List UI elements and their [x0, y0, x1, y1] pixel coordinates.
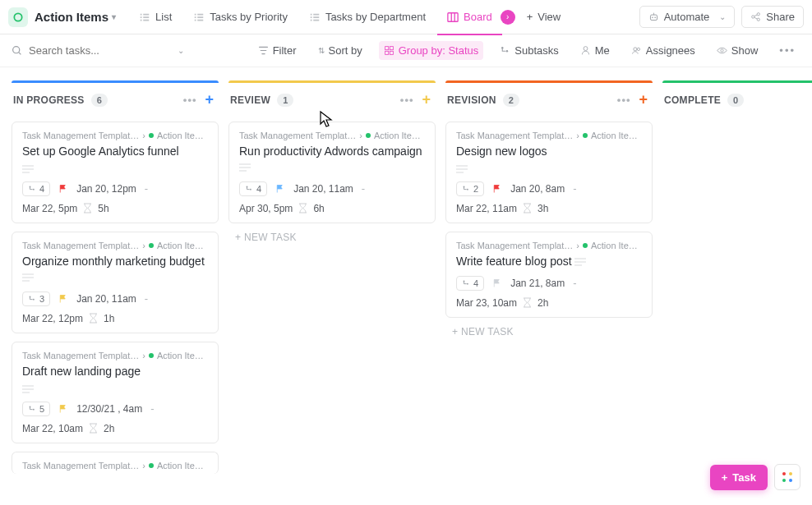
- search-box[interactable]: ⌄: [12, 44, 184, 57]
- task-card[interactable]: Task Management Templat…›Action Ite… Org…: [12, 232, 219, 333]
- time-estimate: 6h: [313, 203, 324, 214]
- show-label: Show: [731, 44, 759, 57]
- sort-button[interactable]: ⇅ Sort by: [313, 41, 367, 60]
- svg-point-44: [250, 188, 251, 190]
- due-row: Mar 22, 5pm 5h: [22, 203, 208, 214]
- meta-row: 2 Jan 20, 8am-: [456, 181, 642, 196]
- tab-priority[interactable]: Tasks by Priority: [183, 6, 298, 28]
- subtask-count[interactable]: 4: [456, 276, 484, 291]
- arrow-right-icon[interactable]: ›: [501, 10, 515, 25]
- svg-line-12: [754, 17, 757, 19]
- robot-icon: [648, 11, 659, 22]
- svg-point-10: [757, 18, 759, 21]
- due-row: Mar 23, 10am 2h: [456, 297, 642, 309]
- svg-point-22: [634, 48, 637, 51]
- add-task-button[interactable]: +: [205, 91, 214, 108]
- breadcrumb: Task Management Templat…›Action Ite…: [456, 131, 642, 140]
- eye-icon: [717, 45, 727, 56]
- flag-icon[interactable]: [275, 184, 285, 194]
- person-icon: [580, 45, 591, 56]
- subtasks-button[interactable]: Subtasks: [495, 41, 563, 60]
- chevron-down-icon[interactable]: ⌄: [178, 46, 184, 55]
- flag-icon[interactable]: [58, 404, 68, 414]
- subtask-count[interactable]: 4: [239, 181, 267, 196]
- subtask-count[interactable]: 4: [22, 181, 50, 196]
- list-title[interactable]: Action Items ▾: [35, 10, 116, 24]
- flag-icon[interactable]: [58, 294, 68, 304]
- column-title: COMPLETE: [664, 94, 721, 106]
- tab-list[interactable]: List: [129, 6, 182, 28]
- plus-icon: +: [722, 471, 728, 484]
- ellipsis-icon[interactable]: •••: [617, 94, 631, 106]
- svg-point-13: [13, 47, 20, 53]
- group-button[interactable]: Group by: Status: [379, 41, 484, 60]
- due-date: Mar 22, 11am: [456, 203, 517, 214]
- time-estimate: 3h: [537, 203, 548, 214]
- svg-rect-18: [390, 51, 393, 54]
- column-header: REVIEW 1 ••• +: [228, 80, 436, 117]
- subtask-count[interactable]: 3: [22, 292, 50, 306]
- time-estimate: 1h: [104, 313, 114, 324]
- svg-point-29: [33, 189, 35, 191]
- flag-icon[interactable]: [58, 184, 68, 194]
- new-task-fab[interactable]: + Task: [710, 465, 768, 490]
- due-date: Mar 22, 5pm: [22, 203, 77, 214]
- start-date: Jan 20, 8am: [510, 183, 565, 195]
- sort-label: Sort by: [329, 44, 362, 57]
- flag-icon[interactable]: [492, 184, 502, 194]
- task-card[interactable]: Task Management Templat…›Action Ite… Des…: [445, 122, 653, 223]
- new-task-button[interactable]: + NEW TASK: [228, 223, 436, 251]
- svg-point-8: [752, 16, 754, 18]
- start-date: Jan 20, 12pm: [76, 183, 136, 195]
- add-task-button[interactable]: +: [639, 91, 648, 108]
- tab-department[interactable]: Tasks by Department: [299, 6, 436, 28]
- start-date: 12/30/21 , 4am: [76, 403, 142, 415]
- subtask-count[interactable]: 5: [22, 402, 50, 416]
- apps-icon: [782, 471, 793, 483]
- column: REVIEW 1 ••• + Task Management Templat…›…: [228, 80, 436, 251]
- start-date: Jan 21, 8am: [510, 278, 565, 289]
- svg-point-0: [14, 13, 21, 21]
- more-button[interactable]: •••: [774, 41, 800, 60]
- ellipsis-icon[interactable]: •••: [183, 94, 197, 106]
- tab-add-view[interactable]: + View: [517, 6, 571, 28]
- task-card[interactable]: Task Management Templat…›Action Ite… Run…: [228, 122, 436, 223]
- new-task-button[interactable]: + NEW TASK: [445, 318, 653, 346]
- automate-button[interactable]: Automate ⌄: [639, 6, 736, 28]
- plus-icon: +: [527, 11, 533, 23]
- me-label: Me: [595, 44, 610, 57]
- tab-board[interactable]: Board: [437, 6, 502, 28]
- share-button[interactable]: Share: [741, 6, 804, 28]
- svg-point-33: [30, 296, 31, 297]
- column-count: 6: [91, 94, 108, 107]
- ellipsis-icon[interactable]: •••: [400, 94, 414, 106]
- apps-button[interactable]: [774, 464, 800, 490]
- subtask-icon: [28, 295, 36, 303]
- task-card[interactable]: Task Management Templat…›Action Ite… Wri…: [445, 232, 653, 318]
- filter-icon: [258, 45, 269, 56]
- task-card[interactable]: Task Management Templat…›Action Ite… Set…: [12, 122, 219, 223]
- filter-button[interactable]: Filter: [253, 41, 302, 60]
- svg-point-21: [584, 47, 588, 51]
- task-card[interactable]: Task Management Templat…›Action Ite… Dra…: [12, 342, 219, 443]
- svg-point-28: [30, 186, 31, 187]
- time-estimate: 2h: [104, 423, 114, 434]
- fab-label: Task: [732, 471, 756, 484]
- breadcrumb: Task Management Templat…›Action Ite…: [22, 351, 208, 360]
- breadcrumb: Task Management Templat…›Action Ite…: [239, 131, 425, 140]
- share-icon: [750, 11, 761, 22]
- subtask-count[interactable]: 2: [456, 181, 484, 196]
- task-card[interactable]: Task Management Templat…›Action Ite…: [12, 452, 219, 474]
- assignees-button[interactable]: Assignees: [626, 41, 700, 60]
- tab-label: Tasks by Department: [325, 11, 426, 23]
- show-button[interactable]: Show: [712, 41, 764, 60]
- search-input[interactable]: [29, 44, 152, 57]
- svg-point-9: [757, 13, 759, 16]
- flag-icon[interactable]: [492, 278, 502, 288]
- add-task-button[interactable]: +: [422, 91, 431, 108]
- me-button[interactable]: Me: [575, 41, 615, 60]
- description-icon: [239, 163, 251, 172]
- svg-point-57: [782, 479, 786, 482]
- column-title: IN PROGRESS: [13, 94, 85, 106]
- column: COMPLETE 0 ••• +: [662, 80, 812, 122]
